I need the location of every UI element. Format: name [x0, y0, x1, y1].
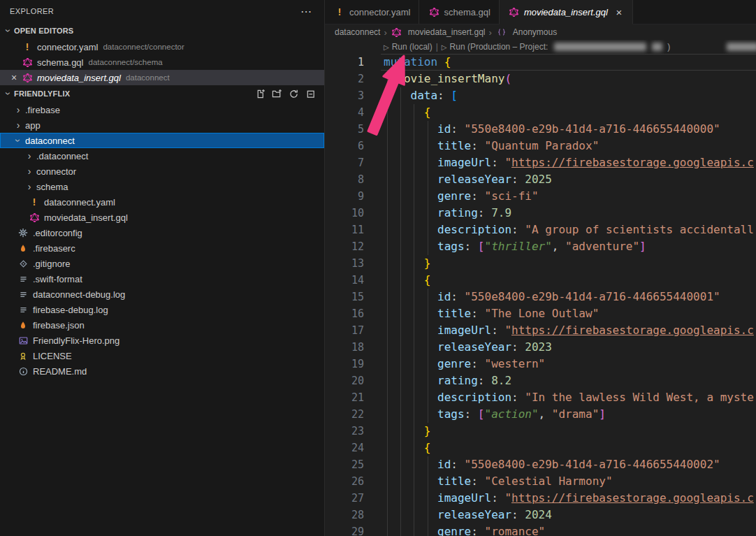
close-editor-icon[interactable]: ×	[8, 72, 20, 83]
tree-item-firebase.json[interactable]: firebase.json	[0, 317, 324, 333]
code-line-8[interactable]: 8 releaseYear: 2025	[325, 171, 756, 188]
tree-item-firebase-debug.log[interactable]: firebase-debug.log	[0, 302, 324, 317]
breadcrumb-item-moviedata_insert.gql[interactable]: moviedata_insert.gql	[391, 27, 486, 37]
run-local-label: Run (local)	[392, 42, 432, 52]
explorer-header: EXPLORER ⋯	[0, 0, 324, 22]
open-editors-label: OPEN EDITORS	[14, 27, 73, 35]
line-number: 3	[325, 87, 364, 104]
line-number: 18	[325, 339, 364, 356]
code-line-3[interactable]: 3 data: [	[325, 87, 756, 104]
tree-item-dataconnect.yaml[interactable]: !dataconnect.yaml	[0, 194, 324, 210]
code-line-1[interactable]: 1mutation {	[325, 54, 756, 71]
open-editor-connector.yaml[interactable]: !connector.yamldataconnect/connector	[0, 39, 324, 55]
code-line-2[interactable]: 2 movie_insertMany(	[325, 71, 756, 87]
tree-item-README.md[interactable]: README.md	[0, 363, 324, 379]
line-number: 14	[325, 272, 364, 289]
code-line-12[interactable]: 12 tags: ["thriller", "adventure"]	[325, 238, 756, 255]
tree-item-connector[interactable]: ›connector	[0, 164, 324, 179]
chevron-right-icon: ›	[24, 181, 35, 192]
line-number: 13	[325, 255, 364, 272]
code-line-6[interactable]: 6 title: "Quantum Paradox"	[325, 138, 756, 154]
line-number: 20	[325, 372, 364, 389]
file-name: schema.gql	[37, 57, 83, 68]
tree-item-.firebase[interactable]: ›.firebase	[0, 102, 324, 117]
line-number: 27	[325, 490, 364, 507]
new-folder-icon[interactable]	[272, 89, 282, 99]
code-line-22[interactable]: 22 tags: ["action", "drama"]	[325, 406, 756, 423]
tab-connector.yaml[interactable]: !connector.yaml	[325, 0, 419, 24]
code-line-17[interactable]: 17 imageUrl: "https://firebasestorage.go…	[325, 322, 756, 339]
code-line-19[interactable]: 19 genre: "western"	[325, 356, 756, 372]
line-number: 6	[325, 138, 364, 154]
tree-item-.editorconfig[interactable]: .editorconfig	[0, 225, 324, 240]
code-line-26[interactable]: 26 title: "Celestial Harmony"	[325, 473, 756, 490]
code-line-10[interactable]: 10 rating: 7.9	[325, 205, 756, 222]
tree-item-.gitignore[interactable]: .gitignore	[0, 256, 324, 271]
code-line-29[interactable]: 29 genre: "romance"	[325, 523, 756, 536]
line-number: 28	[325, 507, 364, 523]
refresh-icon[interactable]	[289, 89, 299, 99]
line-number: 24	[325, 440, 364, 456]
breadcrumb-item-dataconnect[interactable]: dataconnect	[335, 27, 380, 37]
tree-item-.swift-format[interactable]: .swift-format	[0, 271, 324, 287]
file-path: dataconnect/schema	[88, 58, 162, 66]
tree-item-dataconnect-debug.log[interactable]: dataconnect-debug.log	[0, 287, 324, 302]
project-header[interactable]: › FRIENDLYFLIX	[0, 85, 324, 102]
code-line-24[interactable]: 24 {	[325, 440, 756, 456]
editor-tabs: !connector.yamlschema.gqlmoviedata_inser…	[325, 0, 756, 24]
code-line-16[interactable]: 16 title: "The Lone Outlaw"	[325, 305, 756, 322]
code-line-25[interactable]: 25 id: "550e8400-e29b-41d4-a716-44665544…	[325, 456, 756, 473]
run-production-link[interactable]: ▷ Run (Production – Project: )	[442, 42, 670, 52]
code-lines[interactable]: 1mutation {2 movie_insertMany(3 data: [4…	[325, 54, 756, 536]
tree-item-schema[interactable]: ›schema	[0, 179, 324, 194]
tree-item-label: firebase.json	[33, 320, 85, 331]
new-file-icon[interactable]	[255, 89, 266, 99]
tree-item-label: firebase-debug.log	[33, 305, 108, 315]
breadcrumb-item-Anonymous[interactable]: Anonymous	[495, 27, 557, 37]
code-line-28[interactable]: 28 releaseYear: 2024	[325, 507, 756, 523]
tree-item-LICENSE[interactable]: LICENSE	[0, 348, 324, 363]
code-line-23[interactable]: 23 }	[325, 423, 756, 440]
tree-item-label: schema	[36, 182, 68, 192]
tree-item-FriendlyFlix-Hero.png[interactable]: FriendlyFlix-Hero.png	[0, 333, 324, 348]
git-icon	[17, 259, 29, 268]
close-tab-icon[interactable]: ×	[614, 6, 624, 18]
tab-schema.gql[interactable]: schema.gql	[419, 0, 499, 24]
tree-item-app[interactable]: ›app	[0, 117, 324, 133]
collapse-all-icon[interactable]	[305, 89, 316, 99]
code-line-15[interactable]: 15 id: "550e8400-e29b-41d4-a716-44665544…	[325, 289, 756, 305]
breadcrumb-label: moviedata_insert.gql	[408, 27, 486, 37]
tree-item-label: LICENSE	[33, 351, 72, 361]
graphql-icon	[28, 213, 41, 222]
tab-moviedata_insert.gql[interactable]: moviedata_insert.gql×	[500, 0, 633, 24]
tree-item-.dataconnect[interactable]: ›.dataconnect	[0, 148, 324, 164]
tree-item-.firebaserc[interactable]: .firebaserc	[0, 240, 324, 256]
more-actions-icon[interactable]: ⋯	[298, 5, 314, 18]
code-line-18[interactable]: 18 releaseYear: 2023	[325, 339, 756, 356]
code-line-13[interactable]: 13 }	[325, 255, 756, 272]
code-line-4[interactable]: 4 {	[325, 104, 756, 121]
firebase-icon	[17, 244, 29, 253]
open-editors-header[interactable]: › OPEN EDITORS	[0, 22, 324, 39]
play-icon: ▷	[384, 43, 389, 51]
tree-item-moviedata_insert.gql[interactable]: moviedata_insert.gql	[0, 210, 324, 225]
run-local-link[interactable]: ▷ Run (local)	[384, 42, 432, 52]
explorer-sidebar: EXPLORER ⋯ › OPEN EDITORS !connector.yam…	[0, 0, 325, 536]
code-line-27[interactable]: 27 imageUrl: "https://firebasestorage.go…	[325, 490, 756, 507]
code-line-5[interactable]: 5 id: "550e8400-e29b-41d4-a716-446655440…	[325, 121, 756, 138]
breadcrumb-label: dataconnect	[335, 27, 380, 37]
code-editor[interactable]: ▷ Run (local) | ▷ Run (Production – Proj…	[325, 40, 756, 536]
code-line-9[interactable]: 9 genre: "sci-fi"	[325, 188, 756, 205]
code-line-7[interactable]: 7 imageUrl: "https://firebasestorage.goo…	[325, 154, 756, 171]
tree-item-dataconnect[interactable]: ›dataconnect	[0, 133, 324, 148]
line-number: 7	[325, 154, 364, 171]
chevron-down-icon: ›	[13, 135, 24, 146]
code-line-21[interactable]: 21 description: "In the lawless Wild Wes…	[325, 389, 756, 406]
file-tree: ›.firebase›app›dataconnect›.dataconnect›…	[0, 102, 324, 379]
code-line-20[interactable]: 20 rating: 8.2	[325, 372, 756, 389]
code-line-14[interactable]: 14 {	[325, 272, 756, 289]
code-line-11[interactable]: 11 description: "A group of scientists a…	[325, 222, 756, 238]
tree-item-label: FriendlyFlix-Hero.png	[33, 335, 119, 346]
open-editor-moviedata_insert.gql[interactable]: ×moviedata_insert.gqldataconnect	[0, 70, 324, 85]
open-editor-schema.gql[interactable]: schema.gqldataconnect/schema	[0, 55, 324, 70]
